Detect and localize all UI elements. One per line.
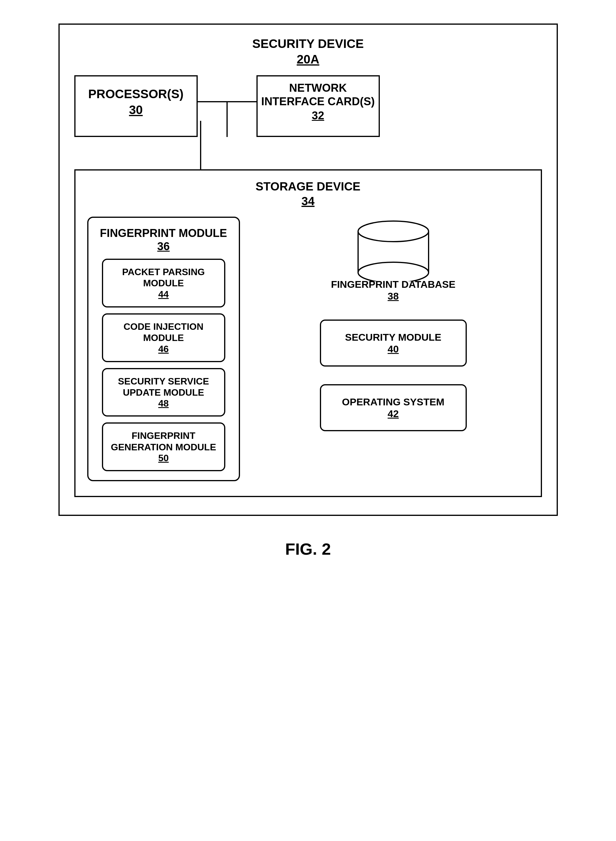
right-column: FINGERPRINT DATABASE 38 SECURITY MODULE …	[258, 217, 529, 431]
svg-point-6	[358, 221, 428, 242]
processor-title: PROCESSOR(S)	[88, 87, 183, 101]
security-module-box: SECURITY MODULE 40	[320, 319, 467, 366]
packet-parsing-title: PACKET PARSING MODULE	[107, 266, 220, 289]
packet-parsing-box: PACKET PARSING MODULE 44	[102, 259, 225, 307]
security-service-box: SECURITY SERVICE UPDATE MODULE 48	[102, 368, 225, 417]
diagram-area: SECURITY DEVICE 20A PROCESSOR(S) 30	[35, 24, 581, 559]
operating-system-title: OPERATING SYSTEM	[342, 396, 444, 408]
code-injection-box: CODE INJECTION MODULE 46	[102, 313, 225, 362]
security-device-id: 20A	[74, 52, 542, 66]
fingerprint-generation-box: FINGERPRINT GENERATION MODULE 50	[102, 422, 225, 471]
security-module-title: SECURITY MODULE	[345, 331, 441, 343]
fingerprint-generation-id: 50	[158, 453, 169, 463]
code-injection-title: CODE INJECTION MODULE	[107, 321, 220, 344]
nic-box: NETWORK INTERFACE CARD(S) 32	[257, 75, 380, 137]
storage-device-box: STORAGE DEVICE 34 FINGERPRINT MODULE 36 …	[74, 169, 542, 497]
operating-system-box: OPERATING SYSTEM 42	[320, 384, 467, 431]
security-module-id: 40	[388, 343, 399, 355]
page: SECURITY DEVICE 20A PROCESSOR(S) 30	[0, 0, 616, 841]
nic-id: 32	[312, 109, 324, 122]
security-device-title: SECURITY DEVICE	[74, 37, 542, 51]
fingerprint-module-box: FINGERPRINT MODULE 36 PACKET PARSING MOD…	[87, 217, 240, 481]
fingerprint-module-title: FINGERPRINT MODULE	[100, 226, 227, 240]
vertical-connector	[74, 152, 542, 169]
operating-system-id: 42	[388, 408, 399, 419]
fingerprint-database-id: 38	[388, 290, 399, 302]
fingerprint-module-id: 36	[100, 240, 227, 253]
nic-title: NETWORK INTERFACE CARD(S)	[258, 81, 378, 108]
figure-label: FIG. 2	[285, 540, 331, 559]
storage-inner: FINGERPRINT MODULE 36 PACKET PARSING MOD…	[87, 217, 529, 481]
security-device-box: SECURITY DEVICE 20A PROCESSOR(S) 30	[59, 24, 558, 516]
storage-device-title: STORAGE DEVICE	[87, 179, 529, 193]
security-service-title: SECURITY SERVICE UPDATE MODULE	[107, 376, 220, 398]
code-injection-id: 46	[158, 344, 169, 354]
database-cylinder-icon	[352, 217, 434, 281]
fingerprint-generation-title: FINGERPRINT GENERATION MODULE	[107, 430, 220, 453]
packet-parsing-id: 44	[158, 289, 169, 300]
fingerprint-database-container: FINGERPRINT DATABASE 38	[331, 217, 456, 302]
storage-device-id: 34	[87, 195, 529, 208]
processor-id: 30	[129, 103, 143, 117]
security-service-id: 48	[158, 398, 169, 409]
fingerprint-database-title: FINGERPRINT DATABASE	[331, 278, 456, 290]
top-row: PROCESSOR(S) 30 NETWORK INTERFACE	[74, 75, 542, 137]
